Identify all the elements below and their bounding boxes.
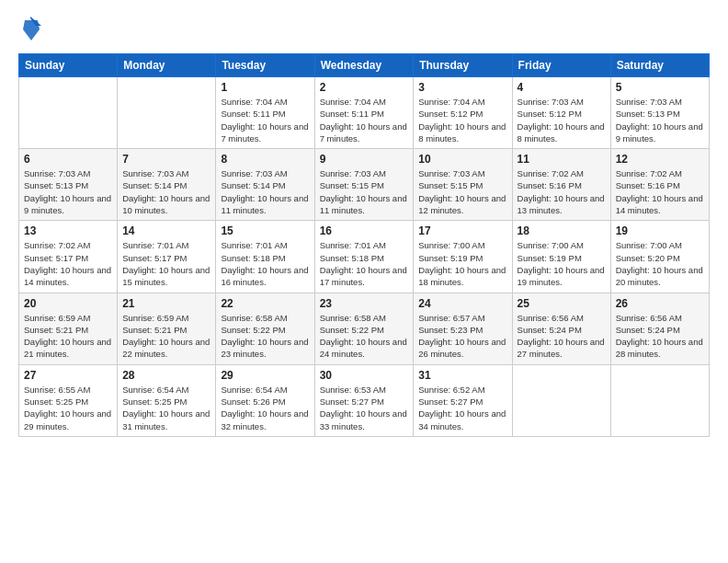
calendar-weekday-tuesday: Tuesday (216, 54, 314, 77)
calendar-header-row: SundayMondayTuesdayWednesdayThursdayFrid… (19, 54, 710, 77)
calendar-week-row: 20Sunrise: 6:59 AM Sunset: 5:21 PM Dayli… (19, 293, 710, 364)
day-info: Sunrise: 6:56 AM Sunset: 5:24 PM Dayligh… (518, 312, 606, 361)
calendar-cell (118, 77, 216, 149)
day-info: Sunrise: 6:52 AM Sunset: 5:27 PM Dayligh… (418, 384, 506, 432)
calendar-cell: 14Sunrise: 7:01 AM Sunset: 5:17 PM Dayli… (118, 221, 216, 293)
day-number: 10 (418, 153, 506, 166)
calendar-table: SundayMondayTuesdayWednesdayThursdayFrid… (18, 53, 710, 437)
calendar-cell: 16Sunrise: 7:01 AM Sunset: 5:18 PM Dayli… (314, 221, 414, 293)
day-info: Sunrise: 7:04 AM Sunset: 5:11 PM Dayligh… (221, 96, 309, 144)
day-info: Sunrise: 6:58 AM Sunset: 5:22 PM Dayligh… (320, 312, 409, 361)
day-info: Sunrise: 6:59 AM Sunset: 5:21 PM Dayligh… (24, 312, 112, 361)
calendar-cell: 24Sunrise: 6:57 AM Sunset: 5:23 PM Dayli… (414, 293, 512, 364)
day-info: Sunrise: 7:04 AM Sunset: 5:11 PM Dayligh… (320, 96, 409, 144)
calendar-weekday-friday: Friday (512, 54, 610, 77)
day-number: 17 (418, 224, 506, 237)
day-number: 6 (24, 153, 112, 166)
day-number: 21 (122, 297, 210, 310)
calendar-cell (19, 77, 118, 149)
day-number: 13 (24, 224, 112, 237)
day-number: 30 (320, 369, 409, 382)
calendar-cell: 5Sunrise: 7:03 AM Sunset: 5:13 PM Daylig… (610, 77, 709, 149)
calendar-cell (512, 364, 610, 436)
day-number: 23 (320, 297, 409, 310)
calendar-cell: 2Sunrise: 7:04 AM Sunset: 5:11 PM Daylig… (314, 77, 414, 149)
day-info: Sunrise: 7:00 AM Sunset: 5:19 PM Dayligh… (518, 239, 606, 288)
day-info: Sunrise: 6:58 AM Sunset: 5:22 PM Dayligh… (221, 312, 309, 361)
day-number: 31 (418, 369, 506, 382)
calendar-cell: 20Sunrise: 6:59 AM Sunset: 5:21 PM Dayli… (19, 293, 118, 364)
day-number: 1 (221, 81, 309, 94)
day-number: 29 (221, 369, 309, 382)
day-number: 14 (122, 224, 210, 237)
calendar-cell: 30Sunrise: 6:53 AM Sunset: 5:27 PM Dayli… (314, 364, 414, 436)
calendar-cell: 13Sunrise: 7:02 AM Sunset: 5:17 PM Dayli… (19, 221, 118, 293)
calendar-cell: 12Sunrise: 7:02 AM Sunset: 5:16 PM Dayli… (610, 149, 709, 221)
day-number: 9 (320, 153, 409, 166)
day-info: Sunrise: 6:54 AM Sunset: 5:25 PM Dayligh… (122, 384, 210, 432)
calendar-cell: 4Sunrise: 7:03 AM Sunset: 5:12 PM Daylig… (512, 77, 610, 149)
calendar-weekday-monday: Monday (118, 54, 216, 77)
calendar-cell: 1Sunrise: 7:04 AM Sunset: 5:11 PM Daylig… (216, 77, 314, 149)
calendar-cell: 27Sunrise: 6:55 AM Sunset: 5:25 PM Dayli… (19, 364, 118, 436)
page-header (18, 17, 710, 46)
calendar-week-row: 1Sunrise: 7:04 AM Sunset: 5:11 PM Daylig… (19, 77, 710, 149)
calendar-cell: 9Sunrise: 7:03 AM Sunset: 5:15 PM Daylig… (314, 149, 414, 221)
calendar-cell: 19Sunrise: 7:00 AM Sunset: 5:20 PM Dayli… (610, 221, 709, 293)
day-info: Sunrise: 7:02 AM Sunset: 5:16 PM Dayligh… (518, 167, 606, 216)
day-number: 15 (221, 224, 309, 237)
calendar-cell (610, 364, 709, 436)
day-number: 5 (616, 81, 704, 94)
calendar-cell: 18Sunrise: 7:00 AM Sunset: 5:19 PM Dayli… (512, 221, 610, 293)
calendar-cell: 21Sunrise: 6:59 AM Sunset: 5:21 PM Dayli… (118, 293, 216, 364)
calendar-week-row: 6Sunrise: 7:03 AM Sunset: 5:13 PM Daylig… (19, 149, 710, 221)
day-info: Sunrise: 6:57 AM Sunset: 5:23 PM Dayligh… (418, 312, 506, 361)
day-info: Sunrise: 7:03 AM Sunset: 5:12 PM Dayligh… (518, 96, 606, 144)
day-number: 22 (221, 297, 309, 310)
calendar-cell: 25Sunrise: 6:56 AM Sunset: 5:24 PM Dayli… (512, 293, 610, 364)
day-info: Sunrise: 7:03 AM Sunset: 5:15 PM Dayligh… (418, 167, 506, 216)
day-number: 24 (418, 297, 506, 310)
day-info: Sunrise: 7:04 AM Sunset: 5:12 PM Dayligh… (418, 96, 506, 144)
logo (18, 17, 41, 46)
day-info: Sunrise: 7:03 AM Sunset: 5:14 PM Dayligh… (122, 167, 210, 216)
logo-icon (21, 17, 41, 46)
day-info: Sunrise: 7:01 AM Sunset: 5:18 PM Dayligh… (221, 239, 309, 288)
calendar-cell: 22Sunrise: 6:58 AM Sunset: 5:22 PM Dayli… (216, 293, 314, 364)
day-info: Sunrise: 7:02 AM Sunset: 5:16 PM Dayligh… (616, 167, 704, 216)
calendar-weekday-sunday: Sunday (19, 54, 118, 77)
day-number: 18 (518, 224, 606, 237)
calendar-week-row: 27Sunrise: 6:55 AM Sunset: 5:25 PM Dayli… (19, 364, 710, 436)
day-number: 3 (418, 81, 506, 94)
day-number: 28 (122, 369, 210, 382)
calendar-cell: 31Sunrise: 6:52 AM Sunset: 5:27 PM Dayli… (414, 364, 512, 436)
day-info: Sunrise: 7:00 AM Sunset: 5:20 PM Dayligh… (616, 239, 704, 288)
calendar-cell: 28Sunrise: 6:54 AM Sunset: 5:25 PM Dayli… (118, 364, 216, 436)
calendar-weekday-saturday: Saturday (610, 54, 709, 77)
day-number: 8 (221, 153, 309, 166)
calendar-cell: 26Sunrise: 6:56 AM Sunset: 5:24 PM Dayli… (610, 293, 709, 364)
day-info: Sunrise: 6:53 AM Sunset: 5:27 PM Dayligh… (320, 384, 409, 432)
day-number: 16 (320, 224, 409, 237)
calendar-cell: 10Sunrise: 7:03 AM Sunset: 5:15 PM Dayli… (414, 149, 512, 221)
calendar-cell: 17Sunrise: 7:00 AM Sunset: 5:19 PM Dayli… (414, 221, 512, 293)
day-info: Sunrise: 6:59 AM Sunset: 5:21 PM Dayligh… (122, 312, 210, 361)
day-number: 4 (518, 81, 606, 94)
calendar-cell: 3Sunrise: 7:04 AM Sunset: 5:12 PM Daylig… (414, 77, 512, 149)
day-number: 25 (518, 297, 606, 310)
day-info: Sunrise: 7:01 AM Sunset: 5:18 PM Dayligh… (320, 239, 409, 288)
calendar-week-row: 13Sunrise: 7:02 AM Sunset: 5:17 PM Dayli… (19, 221, 710, 293)
calendar-cell: 29Sunrise: 6:54 AM Sunset: 5:26 PM Dayli… (216, 364, 314, 436)
day-number: 27 (24, 369, 112, 382)
calendar-weekday-wednesday: Wednesday (314, 54, 414, 77)
calendar-cell: 11Sunrise: 7:02 AM Sunset: 5:16 PM Dayli… (512, 149, 610, 221)
day-info: Sunrise: 6:54 AM Sunset: 5:26 PM Dayligh… (221, 384, 309, 432)
day-number: 2 (320, 81, 409, 94)
calendar-cell: 8Sunrise: 7:03 AM Sunset: 5:14 PM Daylig… (216, 149, 314, 221)
calendar-cell: 23Sunrise: 6:58 AM Sunset: 5:22 PM Dayli… (314, 293, 414, 364)
calendar-weekday-thursday: Thursday (414, 54, 512, 77)
day-info: Sunrise: 7:03 AM Sunset: 5:15 PM Dayligh… (320, 167, 409, 216)
day-number: 12 (616, 153, 704, 166)
day-info: Sunrise: 6:56 AM Sunset: 5:24 PM Dayligh… (616, 312, 704, 361)
day-info: Sunrise: 7:03 AM Sunset: 5:13 PM Dayligh… (616, 96, 704, 144)
